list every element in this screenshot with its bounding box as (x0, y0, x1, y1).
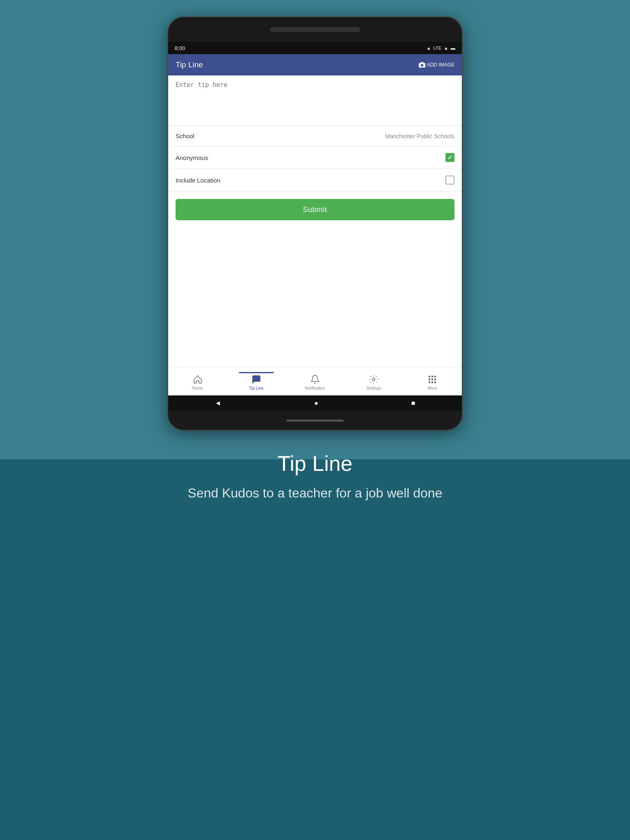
svg-rect-15 (434, 381, 436, 383)
bottom-nav: Home Tip Line Notification (168, 367, 462, 395)
tablet-device: 8:00 ▲ LTE ▲ ▬ Tip Line ADD IMAGE (167, 16, 463, 431)
svg-point-4 (254, 378, 255, 379)
wifi-icon: ▲ (427, 46, 431, 50)
home-button[interactable]: ● (314, 399, 318, 407)
anonymous-checked-box[interactable] (445, 153, 454, 162)
add-image-label: ADD IMAGE (427, 62, 454, 68)
nav-label-home: Home (192, 386, 203, 390)
add-image-button[interactable]: ADD IMAGE (419, 62, 454, 68)
bottom-text-section: Tip Line Send Kudos to a teacher for a j… (147, 451, 484, 502)
svg-rect-11 (431, 379, 433, 380)
tip-input-area (168, 75, 462, 126)
camera-icon (419, 62, 425, 68)
system-nav: ◄ ● ■ (168, 395, 462, 411)
home-icon (193, 374, 203, 384)
nav-item-home[interactable]: Home (168, 372, 227, 390)
svg-rect-7 (429, 376, 430, 377)
back-button[interactable]: ◄ (215, 399, 221, 407)
status-time: 8:00 (175, 45, 185, 51)
nav-label-more: More (428, 386, 437, 390)
submit-button[interactable]: Submit (176, 199, 454, 220)
svg-point-5 (257, 378, 258, 379)
status-bar: 8:00 ▲ LTE ▲ ▬ (168, 42, 462, 54)
recent-button[interactable]: ■ (411, 399, 415, 407)
svg-point-1 (420, 64, 423, 66)
bottom-heading: Tip Line (188, 451, 443, 476)
location-checkbox[interactable] (445, 176, 454, 185)
notification-icon (310, 374, 320, 384)
svg-rect-8 (431, 376, 433, 377)
tablet-top-bezel (168, 17, 462, 42)
nav-label-settings: Settings (366, 386, 381, 390)
nav-item-more[interactable]: More (403, 372, 462, 390)
app-header-title: Tip Line (176, 60, 203, 69)
svg-rect-13 (429, 381, 430, 383)
anonymous-row[interactable]: Anonymous (168, 146, 462, 169)
screen: 8:00 ▲ LTE ▲ ▬ Tip Line ADD IMAGE (168, 42, 462, 411)
svg-rect-12 (434, 379, 436, 380)
svg-rect-9 (434, 376, 436, 377)
main-content: School Manchester Public Schools Anonymo… (168, 75, 462, 367)
submit-area: Submit (168, 192, 462, 228)
svg-rect-14 (431, 381, 433, 383)
anonymous-checkbox[interactable] (445, 153, 454, 162)
lte-label: LTE (434, 46, 441, 50)
svg-rect-10 (429, 379, 430, 380)
location-label: Include Location (176, 177, 220, 184)
tip-line-icon (251, 374, 261, 384)
svg-point-3 (256, 378, 257, 379)
school-value: Manchester Public Schools (385, 133, 454, 139)
tip-input[interactable] (176, 81, 454, 118)
svg-rect-2 (420, 62, 423, 63)
nav-label-notification: Notification (305, 386, 325, 390)
battery-icon: ▬ (451, 46, 455, 50)
bottom-subtext: Send Kudos to a teacher for a job well d… (188, 484, 443, 502)
school-row: School Manchester Public Schools (168, 126, 462, 146)
school-label: School (176, 132, 194, 139)
location-row[interactable]: Include Location (168, 169, 462, 192)
more-icon (427, 374, 437, 384)
nav-item-settings[interactable]: Settings (345, 372, 403, 390)
location-unchecked-box[interactable] (445, 176, 454, 185)
home-bar (286, 420, 344, 422)
status-icons: ▲ LTE ▲ ▬ (427, 46, 455, 50)
settings-icon (369, 374, 379, 384)
anonymous-label: Anonymous (176, 154, 208, 161)
tablet-bottom-bezel (168, 411, 462, 430)
nav-item-tip-line[interactable]: Tip Line (227, 372, 285, 390)
camera-notch (270, 27, 360, 32)
nav-label-tip-line: Tip Line (249, 386, 263, 390)
signal-bars-icon: ▲ (444, 46, 448, 50)
nav-item-notification[interactable]: Notification (285, 372, 344, 390)
app-header: Tip Line ADD IMAGE (168, 54, 462, 75)
svg-point-6 (372, 378, 375, 381)
